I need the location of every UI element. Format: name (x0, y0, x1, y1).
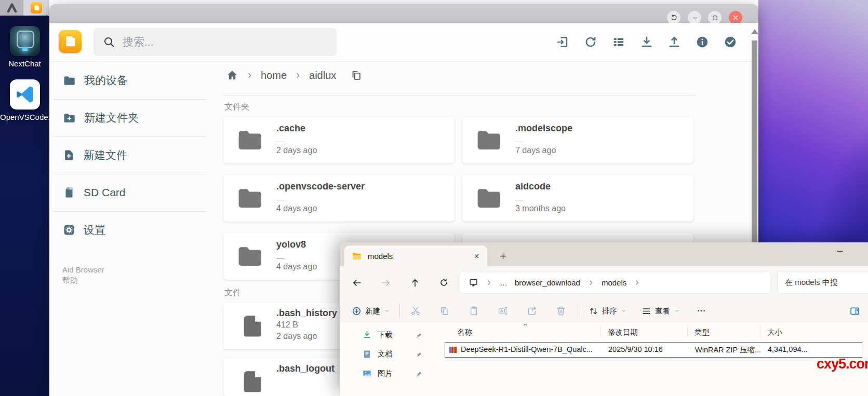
chevron-right-icon (486, 279, 492, 286)
explorer-minimize-icon[interactable] (835, 247, 845, 256)
nextchat-icon[interactable] (10, 26, 40, 56)
forward-icon[interactable] (381, 278, 391, 288)
folder-icon (235, 184, 265, 212)
desktop-shortcut-openvscode[interactable]: OpenVSCode... (0, 79, 49, 121)
folder-card-cache[interactable]: .cache — 2 days ago (223, 117, 455, 163)
share-icon[interactable] (527, 306, 537, 316)
column-separator[interactable] (687, 325, 688, 338)
upload-icon[interactable] (667, 35, 681, 49)
folder-size: — (515, 136, 523, 145)
sd-card-icon (63, 186, 75, 199)
nav-item-label: 图片 (378, 368, 393, 378)
nav-item-documents[interactable]: 文档 (340, 345, 439, 364)
file-date: 2025/9/30 10:16 (608, 345, 663, 353)
search-input[interactable] (122, 35, 327, 49)
address-segment-models[interactable]: models (602, 278, 626, 287)
openvscode-icon[interactable] (10, 79, 40, 110)
exit-app-icon[interactable] (556, 35, 569, 49)
back-icon[interactable] (352, 278, 362, 288)
delete-icon[interactable] (556, 306, 566, 316)
explorer-tab-models[interactable]: models (344, 245, 487, 266)
column-separator[interactable] (600, 325, 600, 338)
sidebar-item-sd-card[interactable]: SD Card (49, 174, 206, 211)
more-options-icon[interactable] (697, 306, 706, 316)
file-row-deepseek[interactable]: DeepSeek-R1-Distill-Qwen-7B_Qualc... 202… (445, 342, 862, 358)
view-button-label: 查看 (655, 306, 670, 316)
sidebar-item-new-file[interactable]: 新建文件 (49, 136, 206, 174)
taskbar-file-manager-tab[interactable] (23, 0, 49, 16)
scrollbar-up-arrow[interactable] (751, 29, 758, 34)
refresh-icon[interactable] (439, 278, 449, 288)
sort-button-label: 排序 (602, 306, 617, 316)
column-separator[interactable] (760, 325, 760, 338)
help-link[interactable]: 帮助 (62, 276, 78, 285)
address-segment-browser-download[interactable]: browser_download (515, 278, 580, 287)
copy-icon[interactable] (439, 306, 450, 316)
sidebar-item-settings[interactable]: 设置 (49, 211, 206, 249)
sort-button[interactable]: 排序 (589, 306, 627, 316)
sidebar-item-my-device[interactable]: 我的设备 (49, 62, 206, 99)
sidebar-item-label: 新建文件 (84, 148, 127, 162)
folders-section-label: 文件夹 (224, 102, 249, 113)
copy-path-icon[interactable] (351, 70, 362, 81)
folder-card-aidcode[interactable]: aidcode — 3 months ago (462, 175, 693, 222)
file-plus-icon (63, 149, 75, 161)
download-icon[interactable] (640, 35, 653, 49)
nav-item-downloads[interactable]: 下载 (340, 325, 439, 345)
desktop-shortcut-nextchat[interactable]: NextChat (0, 26, 49, 68)
folder-icon (352, 251, 362, 261)
breadcrumb: home aidlux (226, 69, 362, 81)
divider (223, 95, 695, 95)
taskbar-aidlux-logo[interactable] (0, 0, 23, 16)
new-button-label: 新建 (365, 306, 380, 316)
close-icon (732, 14, 739, 21)
home-icon[interactable] (226, 69, 238, 81)
refresh-icon[interactable] (584, 35, 597, 49)
folder-name: .openvscode-server (276, 181, 365, 192)
new-button[interactable]: 新建 (352, 306, 390, 316)
folder-card-modelscope[interactable]: .modelscope — 7 days ago (462, 117, 693, 163)
file-name: .bash_logout (276, 363, 335, 374)
column-header-name[interactable]: 名称 (457, 327, 472, 337)
view-button[interactable]: 查看 (642, 306, 680, 316)
tab-close-icon[interactable] (473, 253, 480, 260)
watermark: cxy5.com (817, 356, 868, 372)
address-ellipsis[interactable]: … (500, 278, 508, 287)
search-bar[interactable] (94, 28, 337, 56)
nav-item-pictures[interactable]: 图片 (340, 364, 439, 383)
nav-item-label: 下载 (378, 330, 393, 340)
sidebar-item-new-folder[interactable]: 新建文件夹 (49, 99, 206, 136)
aid-browser-titlebar[interactable] (49, 4, 758, 23)
info-icon[interactable] (696, 35, 709, 49)
address-bar[interactable]: … browser_download models (460, 271, 770, 294)
view-icon (642, 306, 651, 316)
column-header-date[interactable]: 修改日期 (608, 327, 638, 337)
breadcrumb-segment-home[interactable]: home (261, 70, 287, 81)
shortcut-label: OpenVSCode... (0, 113, 49, 121)
sidebar-item-label: SD Card (84, 186, 126, 199)
divider (578, 304, 578, 318)
cut-icon[interactable] (410, 306, 421, 316)
folder-card-openvscode-server[interactable]: .openvscode-server — 4 days ago (223, 175, 455, 222)
gear-icon (63, 224, 75, 236)
documents-icon (362, 349, 372, 359)
chevron-right-icon (634, 279, 640, 286)
this-pc-icon[interactable] (469, 278, 478, 288)
column-header-type[interactable]: 类型 (695, 327, 710, 337)
up-icon[interactable] (410, 278, 420, 288)
sort-ascending-icon (522, 321, 529, 328)
new-tab-icon[interactable] (499, 252, 508, 261)
list-view-icon[interactable] (612, 35, 625, 49)
plus-circle-icon (352, 306, 362, 316)
explorer-search-box[interactable]: 在 models 中搜 (777, 271, 868, 294)
select-mode-icon[interactable] (724, 35, 737, 49)
folder-plus-icon (63, 112, 76, 125)
paste-icon[interactable] (469, 306, 479, 316)
maximize-icon (711, 14, 719, 22)
column-header-size[interactable]: 大小 (767, 327, 782, 337)
details-pane-icon[interactable] (849, 306, 860, 317)
rename-icon[interactable] (498, 306, 508, 316)
folder-time: 4 days ago (276, 262, 317, 271)
breadcrumb-segment-aidlux[interactable]: aidlux (309, 70, 336, 81)
folder-time: 4 days ago (276, 204, 317, 213)
